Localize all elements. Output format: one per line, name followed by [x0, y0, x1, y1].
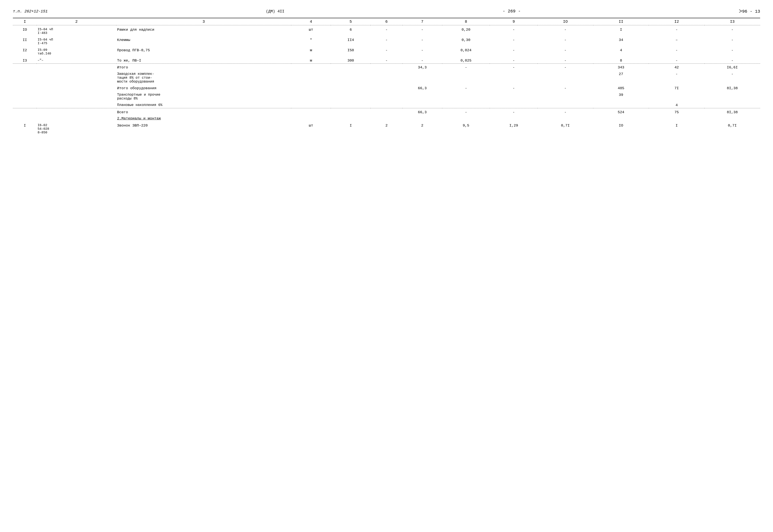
table-cell: - — [403, 56, 442, 64]
table-cell — [705, 91, 760, 101]
table-cell: I6,6I — [705, 64, 760, 70]
table-cell — [331, 84, 370, 91]
table-cell — [37, 84, 116, 91]
table-cell: I5–09таб.I40 — [37, 46, 116, 56]
page-header: т.п. 262+12-151 (ДМ) 4ІІ - 269 - ᐳ96 - 1… — [13, 9, 760, 14]
table-cell: - — [649, 70, 704, 84]
table-cell — [331, 70, 370, 84]
table-cell — [291, 84, 331, 91]
table-cell: Заводская комплек-тация 8% от стои-мости… — [116, 70, 291, 84]
table-cell: Рамки для надписи — [116, 26, 291, 36]
table-cell: - — [490, 56, 538, 64]
table-row: 2.Материалы и монтаж — [13, 115, 760, 121]
table-cell: - — [490, 36, 538, 46]
table-cell: 9,5 — [442, 121, 490, 135]
table-cell: 7I — [649, 84, 704, 91]
table-cell: 66,3 — [403, 84, 442, 91]
col-header-13: I3 — [705, 18, 760, 25]
table-cell: - — [705, 26, 760, 36]
table-row: Транспортные и прочиерасходы 8%39 — [13, 91, 760, 101]
doc-number-left: т.п. 262+12-151 — [13, 9, 48, 14]
main-table: I 2 3 4 5 6 7 8 9 IO II I2 I3 IOI5–04 чП… — [13, 18, 760, 135]
col-header-6: 6 — [370, 18, 402, 25]
table-cell: 6 — [331, 26, 370, 36]
table-cell: - — [403, 26, 442, 36]
table-cell — [403, 115, 442, 121]
table-cell: 0,30 — [442, 36, 490, 46]
table-cell: - — [370, 36, 402, 46]
col-header-4: 4 — [291, 18, 331, 25]
table-cell — [37, 64, 116, 70]
table-cell: 75 — [649, 109, 704, 115]
table-cell: 2 — [370, 121, 402, 135]
table-cell: Всего — [116, 109, 291, 115]
table-cell: 343 — [593, 64, 649, 70]
table-cell: II4 — [331, 36, 370, 46]
table-cell: I5–04 чПI-475 — [37, 36, 116, 46]
col-header-5: 5 — [331, 18, 370, 25]
table-cell: То же, ПВ–I — [116, 56, 291, 64]
table-cell — [331, 91, 370, 101]
table-cell: - — [442, 109, 490, 115]
table-cell — [403, 91, 442, 101]
table-cell: - — [538, 56, 593, 64]
col-header-2: 2 — [37, 18, 116, 25]
table-cell: - — [705, 46, 760, 56]
table-cell: I,29 — [490, 121, 538, 135]
table-cell — [13, 91, 37, 101]
table-cell — [13, 64, 37, 70]
table-cell: IO — [13, 26, 37, 36]
table-cell: 4 — [593, 46, 649, 56]
table-cell: " — [291, 36, 331, 46]
table-cell: 0,024 — [442, 46, 490, 56]
doc-number-right: ᐳ96 - 13 — [739, 9, 760, 14]
table-cell: 2.Материалы и монтаж — [116, 115, 291, 121]
table-cell: Провод ПГВ-0,75 — [116, 46, 291, 56]
table-cell — [649, 91, 704, 101]
table-cell: 2 — [403, 121, 442, 135]
table-row: I2I5–09таб.I40Провод ПГВ-0,75мI50--0,024… — [13, 46, 760, 56]
table-cell — [37, 115, 116, 121]
table-cell: 34 — [593, 36, 649, 46]
table-cell — [538, 91, 593, 101]
table-cell — [490, 70, 538, 84]
table-cell: - — [649, 56, 704, 64]
table-row: Итого оборудования66,3---4857I8I,38 — [13, 84, 760, 91]
table-cell — [331, 64, 370, 70]
table-cell: 8I,38 — [705, 84, 760, 91]
table-cell: 34,3 — [403, 64, 442, 70]
table-cell — [370, 109, 402, 115]
table-cell — [490, 101, 538, 108]
table-cell: 66,3 — [403, 109, 442, 115]
main-table-wrap: I 2 3 4 5 6 7 8 9 IO II I2 I3 IOI5–04 чП… — [13, 18, 760, 135]
table-cell: - — [370, 46, 402, 56]
page-number: - 269 - — [503, 9, 521, 14]
table-cell: Звонок ЗВП–220 — [116, 121, 291, 135]
table-cell: Плановые накопления 6% — [116, 101, 291, 108]
col-header-7: 7 — [403, 18, 442, 25]
table-cell: Итого — [116, 64, 291, 70]
table-row: Итого34,3---34342I6,6I — [13, 64, 760, 70]
table-cell: –"– — [37, 56, 116, 64]
table-cell — [538, 115, 593, 121]
table-cell: - — [370, 56, 402, 64]
table-cell: I6–0254–0288–850 — [37, 121, 116, 135]
table-cell: - — [442, 64, 490, 70]
table-cell: IO — [593, 121, 649, 135]
table-cell — [37, 91, 116, 101]
col-header-10: IO — [538, 18, 593, 25]
table-cell: - — [538, 84, 593, 91]
table-cell — [403, 101, 442, 108]
table-cell: 8I,38 — [705, 109, 760, 115]
table-cell — [13, 70, 37, 84]
table-cell: - — [490, 26, 538, 36]
table-body: IOI5–04 чПI-483Рамки для надписишт6--0,2… — [13, 25, 760, 135]
table-cell: 0,025 — [442, 56, 490, 64]
col-header-12: I2 — [649, 18, 704, 25]
table-cell: 4 — [649, 101, 704, 108]
table-cell: - — [403, 46, 442, 56]
table-cell: I50 — [331, 46, 370, 56]
table-cell: 39 — [593, 91, 649, 101]
table-cell — [403, 70, 442, 84]
table-row: III5–04 чПI-475Клеммы"II4--0,30--34–- — [13, 36, 760, 46]
